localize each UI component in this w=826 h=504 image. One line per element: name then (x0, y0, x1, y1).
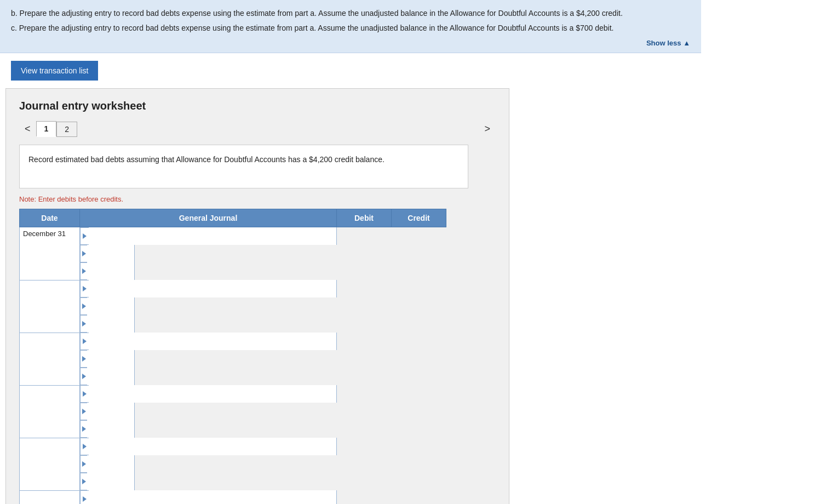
journal-cell-5[interactable] (80, 490, 337, 504)
date-input-1[interactable] (20, 280, 79, 333)
date-cell-2[interactable] (20, 333, 80, 385)
top-info-box: b. Prepare the adjusting entry to record… (0, 0, 701, 53)
table-row (20, 385, 446, 438)
credit-cell-1[interactable] (80, 315, 135, 333)
journal-input-4[interactable] (89, 438, 336, 455)
date-value-0: December 31 (20, 227, 79, 280)
tab-2[interactable]: 2 (56, 122, 77, 137)
col-header-date: Date (20, 209, 80, 227)
credit-arrow-icon-1 (82, 319, 86, 328)
credit-cell-3[interactable] (80, 420, 135, 438)
table-row (20, 490, 446, 504)
debit-arrow-icon-0 (82, 249, 86, 258)
tab-navigation: < 1 2 > (19, 121, 496, 137)
show-less-link[interactable]: Show less ▲ (646, 39, 690, 47)
credit-cell-2[interactable] (80, 368, 135, 385)
row-arrow-icon-3 (83, 390, 87, 398)
row-arrow-icon-1 (83, 284, 87, 293)
journal-cell-3[interactable] (80, 385, 337, 403)
prev-tab-button[interactable]: < (19, 121, 36, 137)
part-b-text: b. Prepare the adjusting entry to record… (11, 8, 690, 19)
next-tab-button[interactable]: > (479, 121, 496, 137)
journal-input-3[interactable] (89, 385, 336, 403)
journal-input-2[interactable] (89, 333, 336, 350)
date-input-5[interactable] (20, 491, 79, 505)
date-cell-3[interactable] (20, 385, 80, 438)
debit-cell-3[interactable] (80, 403, 135, 420)
table-row (20, 280, 446, 333)
tab-1[interactable]: 1 (36, 121, 57, 137)
debit-arrow-icon-4 (82, 460, 86, 468)
row-arrow-icon-2 (83, 337, 87, 346)
table-row (20, 438, 446, 490)
date-input-3[interactable] (20, 386, 79, 438)
date-cell-0[interactable]: December 31 (20, 227, 80, 280)
debit-input-3[interactable] (87, 403, 134, 420)
note-text: Note: Enter debits before credits. (19, 195, 496, 203)
debit-input-4[interactable] (87, 455, 134, 473)
date-cell-4[interactable] (20, 438, 80, 490)
col-header-debit: Debit (337, 209, 392, 227)
debit-arrow-icon-2 (82, 354, 86, 363)
instruction-box: Record estimated bad debts assuming that… (19, 145, 468, 188)
credit-arrow-icon-0 (82, 267, 86, 276)
journal-input-5[interactable] (89, 490, 336, 504)
debit-input-2[interactable] (87, 350, 134, 368)
credit-input-2[interactable] (87, 368, 134, 385)
date-cell-1[interactable] (20, 280, 80, 333)
credit-input-3[interactable] (87, 420, 134, 438)
worksheet-title: Journal entry worksheet (19, 100, 496, 112)
credit-input-1[interactable] (87, 315, 134, 333)
debit-arrow-icon-1 (82, 302, 86, 311)
debit-input-0[interactable] (87, 245, 134, 262)
journal-input-0[interactable] (89, 227, 336, 245)
date-input-2[interactable] (20, 333, 79, 385)
journal-cell-2[interactable] (80, 333, 337, 350)
view-transaction-button[interactable]: View transaction list (11, 61, 98, 81)
debit-cell-4[interactable] (80, 455, 135, 473)
credit-cell-0[interactable] (80, 262, 135, 280)
journal-table: Date General Journal Debit Credit Decemb… (19, 209, 446, 504)
debit-cell-2[interactable] (80, 350, 135, 368)
debit-cell-1[interactable] (80, 297, 135, 315)
credit-arrow-icon-4 (82, 477, 86, 486)
debit-arrow-icon-3 (82, 407, 86, 416)
col-header-journal: General Journal (80, 209, 337, 227)
table-row: December 31 (20, 227, 446, 280)
row-arrow-icon-4 (83, 442, 87, 451)
journal-cell-1[interactable] (80, 280, 337, 297)
credit-input-4[interactable] (87, 473, 134, 490)
journal-input-1[interactable] (89, 280, 336, 297)
worksheet-container: Journal entry worksheet < 1 2 > Record e… (5, 88, 509, 504)
journal-cell-4[interactable] (80, 438, 337, 455)
credit-arrow-icon-3 (82, 425, 86, 433)
instruction-text: Record estimated bad debts assuming that… (28, 155, 385, 164)
credit-cell-4[interactable] (80, 473, 135, 490)
debit-cell-0[interactable] (80, 245, 135, 262)
journal-cell-0[interactable] (80, 227, 337, 245)
col-header-credit: Credit (392, 209, 446, 227)
row-arrow-icon-0 (83, 232, 87, 240)
table-row (20, 333, 446, 385)
row-arrow-icon-5 (83, 495, 87, 503)
credit-input-0[interactable] (87, 262, 134, 280)
credit-arrow-icon-2 (82, 372, 86, 381)
debit-input-1[interactable] (87, 297, 134, 315)
part-c-text: c. Prepare the adjusting entry to record… (11, 22, 690, 34)
date-input-4[interactable] (20, 438, 79, 490)
date-cell-5[interactable] (20, 490, 80, 504)
